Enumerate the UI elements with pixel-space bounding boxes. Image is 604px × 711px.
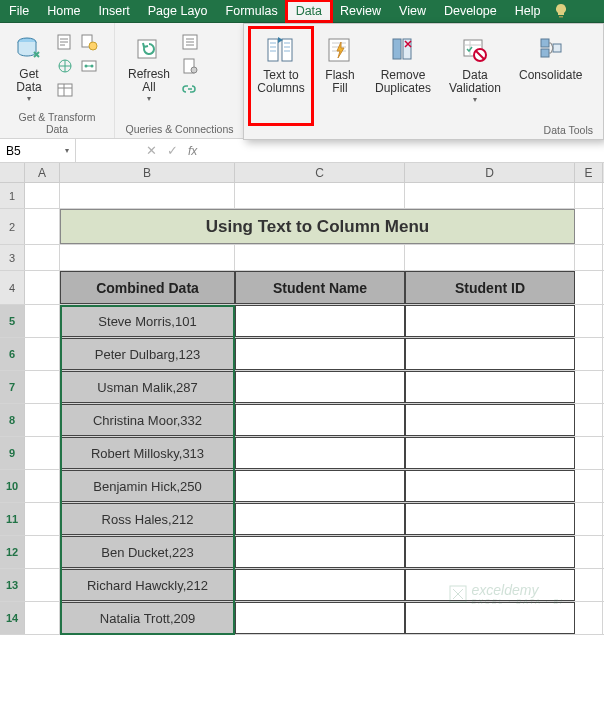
tab-help[interactable]: Help xyxy=(506,1,550,21)
tab-file[interactable]: File xyxy=(0,1,38,21)
row-header[interactable]: 4 xyxy=(0,271,25,304)
cell-data[interactable] xyxy=(405,536,575,568)
cell-data[interactable] xyxy=(235,470,405,502)
cell[interactable] xyxy=(575,371,603,403)
flash-fill-button[interactable]: Flash Fill xyxy=(316,28,364,124)
cell-data[interactable]: Steve Morris,101 xyxy=(60,305,235,337)
edit-links-button[interactable] xyxy=(179,79,201,101)
properties-button[interactable] xyxy=(179,55,201,77)
cell[interactable] xyxy=(575,569,603,601)
chevron-down-icon[interactable]: ▾ xyxy=(65,146,69,155)
cell-data[interactable] xyxy=(405,602,575,634)
cell-data[interactable]: Benjamin Hick,250 xyxy=(60,470,235,502)
from-web-button[interactable] xyxy=(54,55,76,77)
tab-data[interactable]: Data xyxy=(287,1,331,21)
cell[interactable] xyxy=(405,245,575,270)
col-header-A[interactable]: A xyxy=(25,163,60,182)
cell-data[interactable]: Usman Malik,287 xyxy=(60,371,235,403)
cell-data[interactable]: Natalia Trott,209 xyxy=(60,602,235,634)
row-header[interactable]: 8 xyxy=(0,404,25,436)
cell-data[interactable]: Peter Dulbarg,123 xyxy=(60,338,235,370)
cell[interactable] xyxy=(25,602,60,634)
fx-icon[interactable]: fx xyxy=(188,144,197,158)
cell[interactable] xyxy=(575,305,603,337)
from-table-button[interactable] xyxy=(54,79,76,101)
col-header-D[interactable]: D xyxy=(405,163,575,182)
cell[interactable] xyxy=(575,404,603,436)
tab-review[interactable]: Review xyxy=(331,1,390,21)
cell-data[interactable] xyxy=(235,371,405,403)
cell[interactable] xyxy=(25,209,60,244)
cell[interactable] xyxy=(575,470,603,502)
tab-formulas[interactable]: Formulas xyxy=(217,1,287,21)
refresh-all-button[interactable]: Refresh All ▾ xyxy=(121,27,177,106)
cell-data[interactable] xyxy=(405,404,575,436)
cell-data[interactable] xyxy=(235,536,405,568)
cell[interactable] xyxy=(25,245,60,270)
name-box-input[interactable] xyxy=(6,144,56,158)
cell-data[interactable] xyxy=(235,503,405,535)
cell[interactable] xyxy=(575,536,603,568)
col-header-B[interactable]: B xyxy=(60,163,235,182)
cell[interactable] xyxy=(575,338,603,370)
cell-data[interactable] xyxy=(235,602,405,634)
cell-data[interactable]: Ross Hales,212 xyxy=(60,503,235,535)
header-student-name[interactable]: Student Name xyxy=(235,271,405,304)
tab-home[interactable]: Home xyxy=(38,1,89,21)
tab-insert[interactable]: Insert xyxy=(90,1,139,21)
row-header[interactable]: 5 xyxy=(0,305,25,337)
row-header[interactable]: 7 xyxy=(0,371,25,403)
tab-view[interactable]: View xyxy=(390,1,435,21)
header-student-id[interactable]: Student ID xyxy=(405,271,575,304)
cell[interactable] xyxy=(25,536,60,568)
name-box[interactable]: ▾ xyxy=(0,139,76,162)
cell-data[interactable] xyxy=(405,470,575,502)
consolidate-button[interactable]: Consolidate xyxy=(512,28,589,124)
cell-data[interactable] xyxy=(235,569,405,601)
cell[interactable] xyxy=(60,245,235,270)
cell[interactable] xyxy=(575,209,603,244)
row-header[interactable]: 6 xyxy=(0,338,25,370)
title-cell[interactable]: Using Text to Column Menu xyxy=(60,209,575,244)
cell[interactable] xyxy=(575,602,603,634)
row-header[interactable]: 1 xyxy=(0,183,25,208)
queries-connections-button[interactable] xyxy=(179,31,201,53)
cell[interactable] xyxy=(575,183,603,208)
tab-pagelayout[interactable]: Page Layo xyxy=(139,1,217,21)
cell[interactable] xyxy=(575,245,603,270)
cell[interactable] xyxy=(25,503,60,535)
cell-data[interactable] xyxy=(405,503,575,535)
col-header-E[interactable]: E xyxy=(575,163,603,182)
cell[interactable] xyxy=(575,503,603,535)
cell-data[interactable] xyxy=(405,305,575,337)
row-header[interactable]: 14 xyxy=(0,602,25,634)
cell[interactable] xyxy=(25,271,60,304)
cell-data[interactable] xyxy=(405,338,575,370)
cell-data[interactable] xyxy=(235,338,405,370)
cell-data[interactable] xyxy=(235,305,405,337)
cell[interactable] xyxy=(25,305,60,337)
cell-data[interactable] xyxy=(235,404,405,436)
cell-data[interactable] xyxy=(405,437,575,469)
recent-sources-button[interactable] xyxy=(78,31,100,53)
cell[interactable] xyxy=(235,183,405,208)
enter-icon[interactable]: ✓ xyxy=(167,143,178,158)
cell[interactable] xyxy=(25,404,60,436)
cell[interactable] xyxy=(25,183,60,208)
cell[interactable] xyxy=(25,338,60,370)
row-header[interactable]: 10 xyxy=(0,470,25,502)
row-header[interactable]: 11 xyxy=(0,503,25,535)
data-validation-button[interactable]: Data Validation ▾ xyxy=(442,28,508,124)
row-header[interactable]: 2 xyxy=(0,209,25,244)
existing-connections-button[interactable] xyxy=(78,55,100,77)
cell-data[interactable]: Ben Ducket,223 xyxy=(60,536,235,568)
cell[interactable] xyxy=(25,569,60,601)
tab-developer[interactable]: Develope xyxy=(435,1,506,21)
cell[interactable] xyxy=(25,371,60,403)
cell-data[interactable]: Christina Moor,332 xyxy=(60,404,235,436)
header-combined-data[interactable]: Combined Data xyxy=(60,271,235,304)
cell-data[interactable]: Robert Millosky,313 xyxy=(60,437,235,469)
cell-data[interactable] xyxy=(405,371,575,403)
remove-duplicates-button[interactable]: Remove Duplicates xyxy=(368,28,438,124)
text-to-columns-button[interactable]: Text to Columns xyxy=(250,28,312,124)
